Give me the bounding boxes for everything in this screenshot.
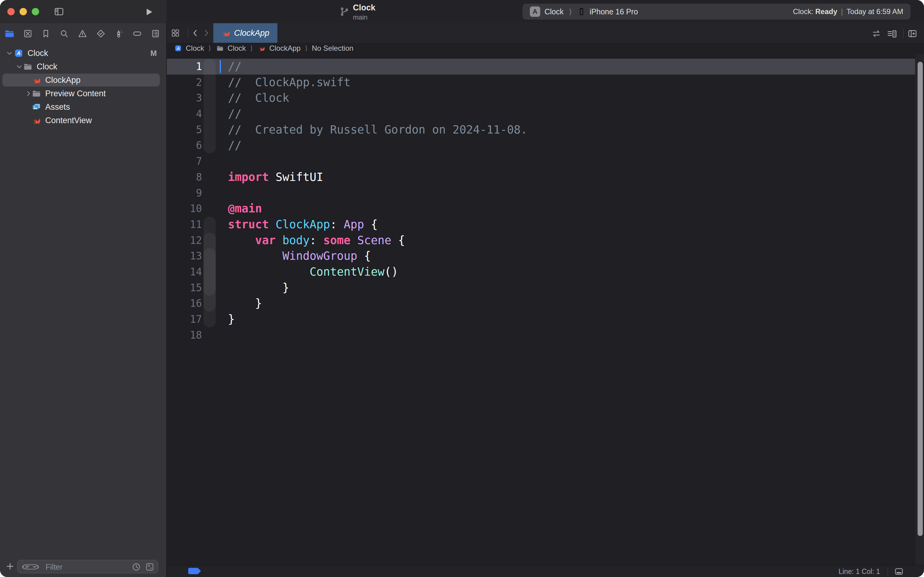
window-minimize-button[interactable]: [19, 8, 27, 15]
branch-icon: [340, 7, 349, 16]
code-line-17[interactable]: 17}: [167, 311, 924, 327]
tree-item-label: ClockApp: [45, 76, 80, 85]
bookmarks-navigator-icon[interactable]: [40, 27, 52, 40]
code-editor[interactable]: 1//2// ClockApp.swift3// Clock4//5// Cre…: [167, 54, 924, 565]
code-line-3[interactable]: 3// Clock: [167, 90, 924, 106]
tree-item-assets[interactable]: Assets: [0, 100, 167, 114]
code-line-13[interactable]: 13 WindowGroup {: [167, 248, 924, 264]
source-control-status-filter-icon[interactable]: [145, 562, 154, 572]
code-line-1[interactable]: 1//: [167, 59, 924, 74]
tab-clockapp[interactable]: ClockApp: [213, 23, 278, 43]
breadcrumb-project[interactable]: AClock: [174, 44, 204, 53]
code-line-15[interactable]: 15 }: [167, 280, 924, 296]
build-status-state: Ready: [815, 7, 837, 16]
filter-input[interactable]: Filter: [17, 560, 158, 573]
related-items-icon[interactable]: [171, 29, 180, 37]
code-text: //: [228, 137, 242, 153]
go-back-icon[interactable]: [191, 29, 199, 37]
code-token: [228, 265, 309, 279]
tree-item-contentview[interactable]: ContentView: [0, 114, 167, 127]
code-text: import SwiftUI: [228, 169, 323, 185]
code-line-4[interactable]: 4//: [167, 106, 924, 122]
code-line-7[interactable]: 7: [167, 153, 924, 169]
tests-navigator-icon[interactable]: [95, 27, 107, 40]
tree-item-clockapp[interactable]: ClockApp: [0, 73, 167, 87]
code-token: body: [282, 234, 309, 247]
editor-options-icon[interactable]: [887, 29, 897, 39]
code-review-icon[interactable]: [871, 29, 881, 39]
code-token: WindowGroup: [282, 249, 357, 263]
code-token: // Clock: [228, 91, 289, 105]
breakpoints-navigator-icon[interactable]: [131, 27, 143, 40]
code-text: }: [228, 295, 262, 311]
code-line-10[interactable]: 10@main: [167, 201, 924, 217]
breadcrumb-label: Clock: [186, 44, 204, 53]
disclosure-right-icon[interactable]: [25, 90, 32, 97]
code-text: WindowGroup {: [228, 248, 371, 264]
reports-navigator-icon[interactable]: [150, 27, 162, 40]
add-editor-icon[interactable]: [908, 29, 917, 39]
breadcrumb-group[interactable]: Clock: [216, 44, 246, 53]
window-zoom-button[interactable]: [32, 8, 39, 15]
code-line-16[interactable]: 16 }: [167, 295, 924, 311]
folder-gray-icon: [216, 45, 224, 52]
disclosure-down-icon[interactable]: [6, 50, 13, 56]
recent-files-icon[interactable]: [132, 562, 141, 572]
device-name[interactable]: iPhone 16 Pro: [590, 7, 638, 16]
code-token: (): [385, 265, 398, 279]
code-text: //: [228, 106, 242, 122]
code-line-11[interactable]: 11struct ClockApp: App {: [167, 217, 924, 232]
window-close-button[interactable]: [7, 8, 14, 15]
code-text: ContentView(): [228, 264, 398, 280]
code-line-9[interactable]: 9: [167, 185, 924, 201]
bottom-bar-toggle-icon[interactable]: [894, 567, 904, 576]
xcode-window: Clock main A Clock ⟩ iPhone 16 Pro Clock…: [0, 0, 924, 577]
filter-options-icon[interactable]: [22, 562, 39, 572]
scheme-name[interactable]: Clock: [544, 7, 564, 16]
tree-item-clock-group[interactable]: Clock: [0, 60, 167, 73]
code-line-14[interactable]: 14 ContentView(): [167, 264, 924, 280]
tree-item-preview-content[interactable]: Preview Content: [0, 87, 167, 100]
code-token: {: [357, 249, 371, 263]
line-number: 5: [167, 122, 202, 138]
breakpoints-toggle-icon[interactable]: [187, 567, 202, 575]
debug-navigator-icon[interactable]: [113, 27, 125, 40]
scrollbar-thumb[interactable]: [918, 62, 923, 536]
line-number: 16: [167, 295, 202, 311]
line-number: 11: [167, 217, 202, 232]
code-text: struct ClockApp: App {: [228, 217, 378, 232]
line-number: 6: [167, 137, 202, 153]
breadcrumb-file[interactable]: ClockApp: [257, 44, 301, 53]
folder-gray-icon: [32, 89, 41, 98]
project-navigator-icon[interactable]: [3, 27, 16, 40]
disclosure-down-icon[interactable]: [16, 63, 23, 70]
code-token: [269, 218, 275, 231]
go-forward-icon[interactable]: [202, 29, 210, 37]
navigator-sidebar-toggle-icon[interactable]: [54, 6, 64, 17]
line-number: 4: [167, 106, 202, 122]
code-token: //: [228, 60, 242, 73]
code-token: import: [228, 171, 269, 184]
find-navigator-icon[interactable]: [58, 27, 70, 40]
line-col-indicator[interactable]: Line: 1 Col: 1: [839, 567, 880, 576]
code-line-18[interactable]: 18: [167, 327, 924, 343]
code-text: // ClockApp.swift: [228, 74, 351, 90]
code-token: [351, 234, 357, 247]
code-line-6[interactable]: 6//: [167, 137, 924, 153]
code-token: App: [344, 218, 364, 231]
issues-navigator-icon[interactable]: [76, 27, 89, 40]
build-status: Clock: Ready|Today at 6:59 AM: [793, 4, 903, 19]
code-line-8[interactable]: 8import SwiftUI: [167, 169, 924, 185]
toolbar: Clock main A Clock ⟩ iPhone 16 Pro Clock…: [0, 0, 924, 23]
code-token: }: [228, 281, 289, 294]
run-button[interactable]: [143, 7, 154, 17]
scheme-device-selector[interactable]: A Clock ⟩ iPhone 16 Pro: [530, 4, 638, 19]
add-file-button[interactable]: [5, 562, 14, 571]
code-line-2[interactable]: 2// ClockApp.swift: [167, 74, 924, 90]
code-line-12[interactable]: 12 var body: some Scene {: [167, 232, 924, 248]
tree-item-clock-project[interactable]: AClockM: [0, 47, 167, 60]
code-line-5[interactable]: 5// Created by Russell Gordon on 2024-11…: [167, 122, 924, 138]
breadcrumb-selection[interactable]: No Selection: [312, 44, 354, 53]
source-control-navigator-icon[interactable]: [22, 27, 34, 40]
activity-status-bar[interactable]: A Clock ⟩ iPhone 16 Pro Clock: Ready|Tod…: [523, 4, 911, 19]
